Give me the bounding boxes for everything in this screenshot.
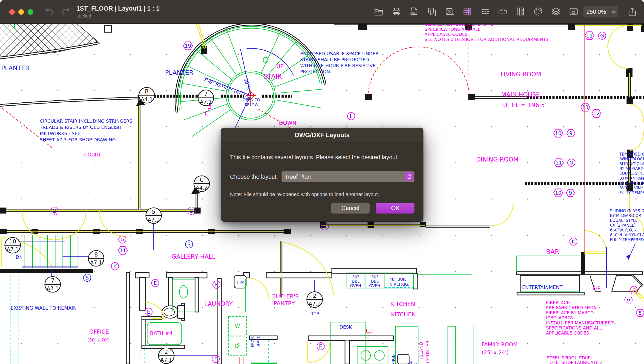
svg-text:E: E — [154, 280, 157, 286]
undo-icon[interactable] — [44, 7, 55, 17]
svg-text:S: S — [188, 242, 191, 247]
svg-text:G: G — [120, 237, 124, 242]
svg-text:A7.1: A7.1 — [160, 357, 172, 363]
plan-label: DESK — [340, 324, 352, 330]
svg-text:2: 2 — [164, 349, 168, 355]
plan-label: FRZ'R — [250, 336, 255, 347]
close-window-button[interactable] — [9, 9, 15, 15]
share-icon[interactable] — [627, 7, 638, 17]
plan-label: SPACE — [256, 336, 260, 347]
toolbar — [374, 7, 579, 17]
zoom-window-button[interactable] — [28, 9, 33, 15]
plan-label: CIRCULAR STAIR INCLUDING STRINGERS, — [40, 118, 134, 124]
plan-label: PRE-FABRICATED METAL — [546, 305, 599, 310]
plan-label: BY MILGARD — [620, 166, 644, 171]
duplicate-icon[interactable] — [427, 7, 437, 17]
svg-text:A7.1: A7.1 — [47, 285, 59, 291]
svg-text:11: 11 — [556, 160, 562, 166]
plan-label: DBL — [371, 279, 379, 284]
svg-text:8: 8 — [638, 310, 642, 316]
plan-label: F/P — [592, 285, 600, 291]
plan-label: STAIRS SHALL BE PROTECTED — [300, 57, 369, 62]
plan-label: LIVING ROOM — [500, 71, 541, 78]
print-icon[interactable] — [392, 7, 402, 17]
plan-label: TYP. — [311, 311, 320, 316]
detail-ref-marker: 7A7.1 — [198, 90, 214, 106]
dialog-title: DWG/DXF Layouts — [295, 132, 350, 139]
plan-label: BAR — [546, 248, 559, 256]
svg-text:K: K — [114, 263, 117, 269]
detail-ref-marker: 10A7.1 — [5, 237, 20, 253]
plan-label: REFRIG. — [409, 361, 412, 364]
svg-text:2: 2 — [190, 208, 193, 214]
dialog-title-bar[interactable]: DWG/DXF Layouts — [221, 128, 423, 142]
plan-label: ICBO #2578. — [546, 315, 574, 320]
title-bar: 1ST_FLOOR | Layout1 | 1 : 1 Locked — [0, 0, 644, 24]
plan-label: W — [235, 323, 240, 329]
plan-label: WIND BLOCK — [620, 157, 644, 161]
document-status: Locked — [76, 13, 91, 19]
plan-label: COUNTER — [425, 340, 430, 363]
plan-label: STAIR — [264, 73, 282, 80]
appearance-palette-icon[interactable] — [533, 7, 543, 17]
svg-text:12: 12 — [593, 111, 600, 116]
plan-label: 8'-0"H. VINY — [620, 186, 643, 190]
svg-text:A7.1: A7.1 — [148, 217, 160, 223]
cancel-button[interactable]: Cancel — [331, 203, 370, 214]
plan-label: FIREPLACE: — [546, 300, 571, 305]
plan-label: BUTLER'S — [272, 293, 299, 300]
open-folder-icon[interactable] — [374, 7, 384, 17]
plan-label: ENTERTAINMENT — [522, 285, 562, 290]
svg-text:8: 8 — [94, 251, 98, 258]
plan-label: SINK — [414, 363, 418, 364]
plan-label: EXISTING WALL TO REMAIN — [10, 305, 76, 311]
plan-label: 18'-8"W. R.O — [620, 181, 644, 185]
plan-label: MAIN HOUSE — [501, 91, 540, 98]
zoom-control[interactable]: 250.0% — [583, 6, 618, 18]
plan-label: 30" — [352, 275, 359, 279]
detail-ref-marker: 2A7.1 — [307, 292, 322, 307]
measure-icon[interactable] — [516, 7, 526, 17]
detail-ref-marker: 8A7.1 — [88, 251, 104, 266]
svg-text:10: 10 — [555, 190, 562, 196]
viewport-icon[interactable] — [568, 7, 579, 17]
section-icon[interactable] — [480, 7, 490, 17]
ruler-icon[interactable] — [498, 7, 508, 17]
plan-label: INSTALL PER MANUFACTURER'S — [424, 24, 493, 27]
app-window: BA4.17A7.1CA4.25A7.110A7.18A7.17A7.12A7.… — [0, 0, 644, 364]
plan-label: DINING ROOM — [476, 156, 518, 163]
plan-label: OVEN — [369, 283, 380, 288]
plan-label: SLIDING GLASS DO — [610, 208, 644, 213]
svg-text:A7.1: A7.1 — [7, 246, 19, 252]
redo-icon[interactable] — [60, 7, 71, 17]
svg-text:E: E — [147, 309, 150, 315]
plan-label: PLANTER — [1, 65, 30, 72]
plan-label: KITCHEN — [391, 311, 416, 318]
document-title: 1ST_FLOOR | Layout1 | 1 : 1 — [76, 5, 160, 12]
export-settings-icon[interactable] — [409, 7, 419, 17]
plan-label: 0X (2 PANEL) — [610, 223, 636, 228]
ok-button[interactable]: OK — [376, 203, 414, 214]
svg-text:F: F — [215, 282, 218, 288]
svg-text:E: E — [319, 343, 322, 349]
plan-label: SHEET A7.3 FOR SHOP DRAWING — [40, 137, 116, 142]
svg-text:L: L — [350, 113, 353, 119]
minimize-window-button[interactable] — [18, 9, 24, 15]
layout-select-label: Choose the layout: — [230, 173, 278, 180]
plan-label: OFFICE — [89, 328, 109, 335]
plan-label: OPEN TO — [243, 98, 260, 102]
svg-text:10: 10 — [9, 238, 16, 245]
plan-label: TEMPERED G — [619, 152, 644, 156]
plan-label: MILLWORKS - SEE — [40, 131, 80, 136]
svg-text:G: G — [569, 160, 573, 166]
plan-label: SLIDING GLA — [620, 162, 644, 166]
plan-label: BELOW — [244, 103, 258, 107]
plan-label: APPLICABLE CODES — [424, 32, 468, 37]
detail-ref-marker: 7A7.1 — [45, 277, 60, 292]
layers-icon[interactable] — [551, 7, 561, 17]
layout-select[interactable]: Roof Plan — [282, 171, 414, 182]
plan-label: FULLY TEMPE — [620, 191, 644, 195]
detail-ref-marker: 2A7.1 — [158, 348, 174, 363]
insert-image-icon[interactable] — [444, 7, 455, 17]
layouts-grid-icon[interactable] — [462, 7, 472, 17]
